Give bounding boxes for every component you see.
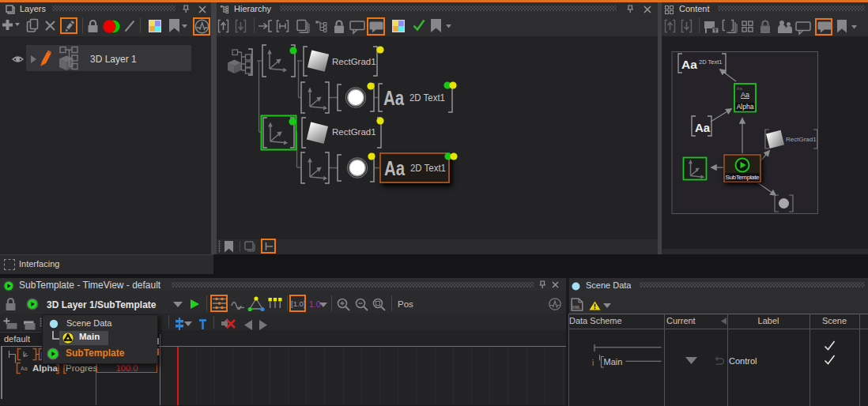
svg-text:2D Text1: 2D Text1 bbox=[409, 92, 445, 103]
svg-text:RectGrad1: RectGrad1 bbox=[332, 57, 376, 66]
svg-text:RectGrad1: RectGrad1 bbox=[332, 127, 376, 137]
svg-text:2D Text1: 2D Text1 bbox=[410, 163, 446, 174]
svg-text:XML: XML bbox=[572, 305, 581, 310]
svg-text:2D Text1: 2D Text1 bbox=[699, 58, 722, 66]
svg-text:Main: Main bbox=[604, 357, 623, 367]
svg-text:Alpha: Alpha bbox=[737, 103, 754, 111]
svg-text:Aa: Aa bbox=[383, 87, 405, 109]
svg-text:Aa: Aa bbox=[681, 58, 697, 71]
svg-text:i: i bbox=[592, 359, 594, 367]
svg-text:RectGrad1: RectGrad1 bbox=[786, 136, 817, 143]
svg-text:Aa: Aa bbox=[741, 91, 749, 99]
svg-text:SubTemplate: SubTemplate bbox=[726, 174, 760, 181]
svg-text:Aa: Aa bbox=[21, 366, 28, 371]
svg-text:Aa: Aa bbox=[384, 157, 406, 179]
svg-text:Aa: Aa bbox=[695, 121, 711, 134]
